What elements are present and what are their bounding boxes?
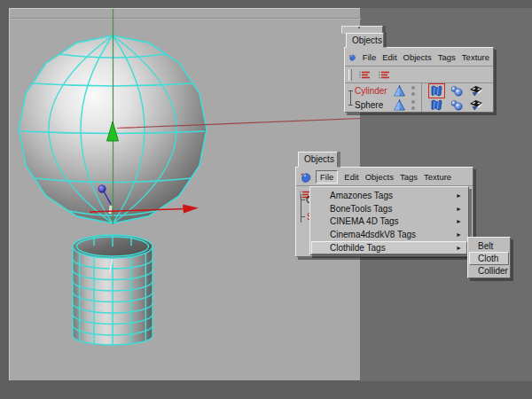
layer-filter-icon-2[interactable] xyxy=(378,70,391,80)
cloth-tag-sphere[interactable] xyxy=(428,98,445,113)
menu-item-label: Cinema4dsdkV8 Tags xyxy=(330,230,416,239)
spheres-icon xyxy=(450,85,463,97)
z-axis-handle[interactable] xyxy=(98,185,106,192)
object-manager-toolbar xyxy=(345,66,493,83)
menu-item-label: Cloth xyxy=(478,254,498,263)
menu-item-bonetools-tags[interactable]: BoneTools Tags ► xyxy=(311,202,467,215)
object-manager-top-window: File Edit Objects Tags Texture xyxy=(344,47,494,113)
menu-tags[interactable]: Tags xyxy=(438,52,456,62)
menu-item-label: Belt xyxy=(478,241,493,251)
menu-tags[interactable]: Tags xyxy=(400,172,418,182)
tags-dropdown-menu: Amazones Tags ► BoneTools Tags ► CINEMA … xyxy=(309,186,469,255)
tree-dash xyxy=(301,200,305,200)
menu-item-clothilde-tags[interactable]: Clothilde Tags ► xyxy=(311,241,467,254)
submenu-item-collider[interactable]: Collider xyxy=(469,265,509,278)
application-window: Objects Objects File Edit Objects Tags T… xyxy=(0,0,532,399)
menu-edit[interactable]: Edit xyxy=(382,52,396,62)
layer-filter-icon[interactable] xyxy=(358,70,372,80)
background-window-tab-label: Objects xyxy=(342,26,382,28)
menu-item-label: CINEMA 4D Tags xyxy=(330,216,399,226)
sphere-bottom-tick xyxy=(110,206,111,214)
clothilde-submenu: Belt Cloth Collider xyxy=(467,237,511,278)
menu-texture[interactable]: Texture xyxy=(424,172,451,182)
menu-texture[interactable]: Texture xyxy=(462,52,489,62)
column-separator xyxy=(421,98,422,112)
menu-item-label: Collider xyxy=(478,266,508,276)
tree-dash xyxy=(348,105,353,106)
object-manager-top-tab[interactable]: Objects xyxy=(346,33,384,48)
tab-label: Objects xyxy=(352,35,382,45)
submenu-arrow-icon: ► xyxy=(456,245,462,251)
manager-paw-icon[interactable] xyxy=(300,171,312,183)
manager-paw-icon[interactable] xyxy=(348,51,356,63)
menu-item-amazones-tags[interactable]: Amazones Tags ► xyxy=(311,189,467,202)
menu-file-active[interactable]: File xyxy=(316,170,338,184)
menu-file[interactable]: File xyxy=(363,52,376,62)
cylinder-object[interactable] xyxy=(73,235,153,345)
tree-connector xyxy=(301,194,301,223)
cone-object-icon[interactable] xyxy=(394,85,405,97)
visibility-dots[interactable] xyxy=(411,100,415,110)
submenu-arrow-icon: ► xyxy=(456,192,462,199)
column-separator xyxy=(421,83,422,98)
object-row-cylinder[interactable]: Cylinder xyxy=(345,83,493,98)
cone-object-icon[interactable] xyxy=(394,99,405,111)
submenu-item-belt[interactable]: Belt xyxy=(469,239,509,252)
object-manager-front-menubar: File Edit Objects Tags Texture xyxy=(296,168,473,186)
spheres-icon xyxy=(450,99,463,111)
display-tag-sphere[interactable] xyxy=(467,98,485,113)
menu-item-label: Clothilde Tags xyxy=(330,243,386,253)
menu-item-label: Amazones Tags xyxy=(330,191,393,200)
object-manager-top-menubar: File Edit Objects Tags Texture xyxy=(345,48,493,66)
object-name-sphere[interactable]: Sphere xyxy=(355,100,394,110)
submenu-arrow-icon: ► xyxy=(456,218,462,224)
menu-objects[interactable]: Objects xyxy=(403,52,432,62)
toolbar-grip[interactable] xyxy=(348,69,352,81)
visibility-dots[interactable] xyxy=(411,86,415,96)
display-tag-cylinder[interactable] xyxy=(467,83,485,98)
tree-dash xyxy=(301,216,305,217)
menu-objects[interactable]: Objects xyxy=(365,172,394,182)
tab-label: Objects xyxy=(304,154,334,164)
tree-dash xyxy=(348,90,353,91)
flag-icon xyxy=(469,99,483,111)
object-name-cylinder[interactable]: Cylinder xyxy=(355,86,394,96)
object-row-sphere[interactable]: Sphere xyxy=(345,98,493,112)
menu-item-cinema4dsdkv8-tags[interactable]: Cinema4dsdkV8 Tags ► xyxy=(311,228,467,241)
menu-item-cinema4d-tags[interactable]: CINEMA 4D Tags ► xyxy=(311,215,467,229)
menu-edit[interactable]: Edit xyxy=(344,172,358,182)
phong-tag-cylinder[interactable] xyxy=(448,83,465,98)
x-axis-arrow[interactable] xyxy=(183,205,199,214)
cloth-tag-cylinder-selected[interactable] xyxy=(428,83,445,98)
submenu-arrow-icon: ► xyxy=(456,231,462,238)
submenu-item-cloth[interactable]: Cloth xyxy=(469,252,509,264)
object-manager-front-tab[interactable]: Objects xyxy=(298,152,338,168)
phong-tag-sphere[interactable] xyxy=(448,98,465,113)
menu-item-label: BoneTools Tags xyxy=(330,204,392,214)
flag-icon xyxy=(469,85,483,97)
cloth-icon xyxy=(430,85,443,97)
cloth-icon xyxy=(430,99,443,111)
submenu-arrow-icon: ► xyxy=(456,206,462,212)
